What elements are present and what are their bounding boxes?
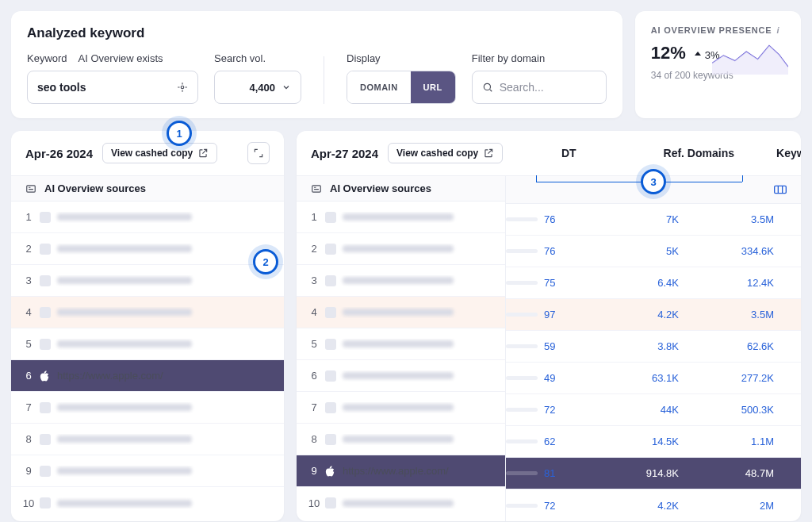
source-row[interactable]: 5 xyxy=(11,328,284,360)
col-dt-label[interactable]: DT xyxy=(561,147,649,159)
compare-left-card: Apr-26 2024 View cashed copy AI Overview… xyxy=(11,131,284,521)
filter-label: Filter by domain xyxy=(472,52,545,64)
source-row[interactable]: 1 xyxy=(11,202,284,233)
svg-point-0 xyxy=(181,86,184,89)
external-link-icon xyxy=(197,148,209,159)
sparkline-chart xyxy=(712,35,788,76)
metrics-row[interactable]: 6214.5K1.1M xyxy=(506,426,801,458)
rd-cell: 914.8K xyxy=(593,467,688,479)
keyword-input[interactable] xyxy=(37,81,177,94)
dt-cell: 76 xyxy=(506,213,593,225)
sources-icon xyxy=(25,183,36,194)
callout-1: 1 xyxy=(167,121,192,146)
kw-cell: 1.1M xyxy=(688,436,783,447)
rd-cell: 6.4K xyxy=(593,277,688,289)
keyword-input-box[interactable] xyxy=(27,71,198,104)
expand-left-button[interactable] xyxy=(247,142,270,164)
compare-right-card: Apr-27 2024 View cashed copy DT Ref. Dom… xyxy=(297,131,801,521)
ai-exists-label: AI Overview exists xyxy=(79,52,163,64)
kw-cell: 62.6K xyxy=(688,340,783,352)
filter-search-box[interactable] xyxy=(472,71,607,104)
callout-3-tick-l xyxy=(536,175,537,182)
date-right: Apr-27 2024 xyxy=(311,147,378,160)
toggle-url-button[interactable]: URL xyxy=(411,71,455,103)
rd-cell: 5K xyxy=(593,245,688,257)
sources-label-right: AI Overview sources xyxy=(330,182,431,194)
metrics-row[interactable]: 974.2K3.5M xyxy=(506,299,801,331)
info-icon[interactable]: i xyxy=(776,25,779,35)
svg-rect-4 xyxy=(775,186,787,193)
metrics-row[interactable]: 7244K500.3K xyxy=(506,394,801,426)
rd-cell: 4.2K xyxy=(593,309,688,320)
dt-cell: 81 xyxy=(506,467,593,479)
metrics-row[interactable]: 756.4K12.4K xyxy=(506,267,801,299)
dt-cell: 76 xyxy=(506,245,593,257)
kw-cell: 48.7M xyxy=(688,467,783,479)
columns-settings-icon[interactable] xyxy=(774,185,787,194)
metrics-row[interactable]: 81914.8K48.7M xyxy=(506,458,801,489)
col-rd-label[interactable]: Ref. Domains xyxy=(649,147,744,159)
source-row[interactable]: 7 xyxy=(11,392,284,424)
kw-cell: 500.3K xyxy=(688,404,783,416)
callout-2: 2 xyxy=(253,249,278,274)
metrics-row[interactable]: 767K3.5M xyxy=(506,204,801,236)
kw-cell: 12.4K xyxy=(688,277,783,289)
metrics-row[interactable]: 4963.1K277.2K xyxy=(506,363,801,394)
source-row[interactable]: 6 xyxy=(297,360,505,392)
source-row[interactable]: 10 xyxy=(11,487,284,519)
rd-cell: 7K xyxy=(593,213,688,225)
metrics-row[interactable]: 593.8K62.6K xyxy=(506,331,801,363)
callout-3-tick-r xyxy=(742,175,743,182)
source-row[interactable]: 8 xyxy=(297,424,505,455)
kw-cell: 334.6K xyxy=(688,245,783,257)
col-kw-label[interactable]: Keywords xyxy=(744,147,801,159)
search-icon xyxy=(482,82,493,93)
source-row[interactable]: 3 xyxy=(297,265,505,297)
presence-card: AI OVERVIEW PRESENCE i 12% 3% 34 of 200 … xyxy=(635,11,801,118)
rd-cell: 3.8K xyxy=(593,340,688,352)
search-vol-label: Search vol. xyxy=(214,52,266,64)
source-row[interactable]: 5 xyxy=(297,328,505,360)
dt-cell: 72 xyxy=(506,500,593,512)
card-title: Analyzed keyword xyxy=(27,25,607,41)
source-row[interactable]: 2 xyxy=(11,233,284,265)
source-row[interactable]: 9https://www.apple.com/ xyxy=(297,455,505,487)
source-row[interactable]: 10 xyxy=(297,487,505,519)
source-row[interactable]: 9 xyxy=(11,455,284,487)
kw-cell: 277.2K xyxy=(688,372,783,384)
external-link-icon xyxy=(483,148,494,159)
sources-label-left: AI Overview sources xyxy=(44,182,146,194)
svg-point-1 xyxy=(484,83,490,90)
source-row[interactable]: 3 xyxy=(11,265,284,297)
callout-3-connector xyxy=(536,182,742,182)
rd-cell: 14.5K xyxy=(593,436,688,447)
kw-cell: 3.5M xyxy=(688,309,783,320)
source-row[interactable]: 4 xyxy=(297,297,505,328)
metrics-row[interactable]: 765K334.6K xyxy=(506,236,801,267)
date-left: Apr-26 2024 xyxy=(25,147,93,160)
display-label: Display xyxy=(347,52,381,64)
view-cashed-right-button[interactable]: View cashed copy xyxy=(388,143,503,163)
search-vol-value: 4,400 xyxy=(249,82,275,94)
search-vol-dropdown[interactable]: 4,400 xyxy=(214,71,301,104)
source-row[interactable]: 2 xyxy=(297,233,505,265)
view-cashed-left-button[interactable]: View cashed copy xyxy=(102,143,217,163)
metrics-row[interactable]: 724.2K2M xyxy=(506,489,801,521)
toggle-domain-button[interactable]: DOMAIN xyxy=(347,71,411,103)
source-row[interactable]: 8 xyxy=(11,424,284,455)
presence-value: 12% xyxy=(651,43,686,63)
rd-cell: 4.2K xyxy=(593,500,688,512)
source-row[interactable]: 7 xyxy=(297,392,505,424)
filter-search-input[interactable] xyxy=(500,81,596,94)
dt-cell: 59 xyxy=(506,340,593,352)
arrow-up-icon xyxy=(694,51,702,59)
dt-cell: 97 xyxy=(506,309,593,320)
source-row[interactable]: 4 xyxy=(11,297,284,328)
analyzed-keyword-card: Analyzed keyword Keyword AI Overview exi… xyxy=(11,11,622,118)
source-row[interactable]: 1 xyxy=(297,202,505,233)
dt-cell: 72 xyxy=(506,404,593,416)
keyword-label: Keyword xyxy=(27,52,67,64)
dt-cell: 62 xyxy=(506,436,593,447)
source-row[interactable]: 6https://www.apple.com/ xyxy=(11,360,284,392)
target-icon xyxy=(177,82,188,93)
